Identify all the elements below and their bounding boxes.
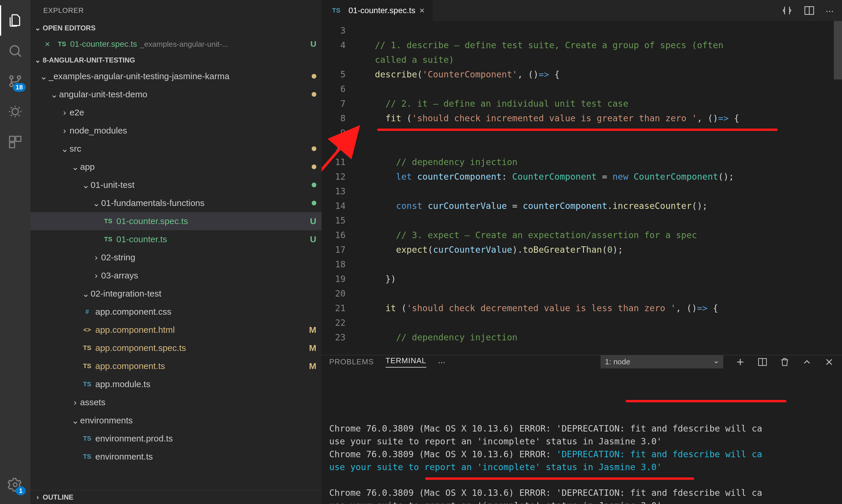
panel-tab-terminal[interactable]: TERMINAL — [386, 356, 426, 367]
open-editors-label: OPEN EDITORS — [43, 24, 95, 32]
tree-label: app.component.html — [95, 325, 175, 335]
close-icon[interactable]: × — [420, 5, 425, 16]
activity-extensions[interactable] — [0, 127, 30, 157]
activity-settings[interactable]: 1 — [0, 469, 30, 500]
svg-rect-5 — [10, 137, 15, 141]
tree-label: _examples-angular-unit-testing-jasmine-k… — [49, 71, 229, 81]
open-editor-name: 01-counter.spec.ts — [70, 39, 137, 49]
git-status: U — [310, 216, 316, 226]
open-editor-item[interactable]: × TS 01-counter.spec.ts _examples-angula… — [30, 35, 321, 53]
editor-area: TS 01-counter.spec.ts × ··· 345678910111… — [321, 0, 842, 504]
tree-folder[interactable]: ⌄01-unit-test — [30, 176, 321, 194]
plus-icon[interactable] — [735, 357, 745, 367]
workspace-header[interactable]: ⌄ 8-ANGULAR-UNIT-TESTING — [30, 53, 321, 67]
chevron-right-icon: › — [70, 397, 80, 407]
tree-folder[interactable]: ›03-arrays — [30, 267, 321, 285]
tree-file[interactable]: <>app.component.htmlM — [30, 321, 321, 339]
tree-folder[interactable]: ⌄_examples-angular-unit-testing-jasmine-… — [30, 67, 321, 85]
terminal-line: Chrome 76.0.3809 (Mac OS X 10.13.6) ERRO… — [329, 422, 835, 435]
tree-folder[interactable]: ›e2e — [30, 104, 321, 122]
tree-folder[interactable]: ⌄02-integration-test — [30, 285, 321, 303]
tree-label: node_modules — [70, 126, 127, 136]
modified-dot-icon — [312, 74, 316, 78]
tree-label: environment.ts — [95, 452, 153, 462]
modified-dot-icon — [312, 164, 316, 169]
minimap-thumb[interactable] — [834, 21, 842, 79]
git-status: M — [309, 361, 316, 371]
svg-point-3 — [18, 76, 21, 79]
tree-file[interactable]: TS01-counter.tsU — [30, 230, 321, 248]
tree-file[interactable]: TS01-counter.spec.tsU — [30, 212, 321, 230]
ts-file-icon: TS — [55, 40, 68, 48]
tree-folder[interactable]: ›assets — [30, 393, 321, 411]
chevron-down-icon: ⌄ — [33, 24, 43, 32]
tab-active[interactable]: TS 01-counter.spec.ts × — [321, 0, 433, 21]
annotation-underline — [626, 400, 787, 402]
close-icon[interactable]: × — [41, 39, 54, 49]
activity-explorer[interactable] — [0, 5, 30, 36]
tree-folder[interactable]: ⌄app — [30, 158, 321, 176]
terminal-output[interactable]: Chrome 76.0.3809 (Mac OS X 10.13.6) ERRO… — [321, 368, 842, 504]
tree-folder[interactable]: ›node_modules — [30, 122, 321, 140]
close-icon[interactable] — [824, 357, 835, 367]
open-editor-status: U — [311, 39, 316, 49]
ts-file-icon: TS — [81, 435, 93, 442]
tree-label: e2e — [70, 108, 84, 118]
chevron-down-icon: ⌄ — [81, 289, 91, 299]
terminal-line: Chrome 76.0.3809 (Mac OS X 10.13.6) ERRO… — [329, 486, 835, 499]
tree-folder[interactable]: ⌄01-fundamentals-functions — [30, 194, 321, 212]
tree-label: angular-unit-test-demo — [59, 89, 147, 99]
activity-debug[interactable] — [0, 96, 30, 127]
tree-file[interactable]: TSapp.component.tsM — [30, 357, 321, 375]
tree-folder[interactable]: ›02-string — [30, 248, 321, 267]
ts-file-icon: TS — [81, 362, 93, 370]
split-terminal-icon[interactable] — [757, 357, 768, 367]
compare-icon[interactable] — [781, 5, 793, 16]
tree-label: app.component.ts — [95, 361, 165, 371]
tree-folder[interactable]: ⌄environments — [30, 411, 321, 430]
trash-icon[interactable] — [779, 357, 790, 367]
activity-bar: 18 1 — [0, 0, 30, 504]
modified-dot-icon — [312, 146, 316, 151]
tree-label: 01-counter.spec.ts — [116, 216, 188, 226]
ts-file-icon: TS — [102, 235, 115, 243]
chevron-up-icon[interactable] — [802, 357, 812, 367]
tree-folder[interactable]: ⌄angular-unit-test-demo — [30, 85, 321, 104]
tree-file[interactable]: TSapp.component.spec.tsM — [30, 339, 321, 357]
split-editor-icon[interactable] — [803, 5, 815, 16]
activity-scm[interactable]: 18 — [0, 66, 30, 96]
tree-file[interactable]: TSenvironment.prod.ts — [30, 430, 321, 448]
tree-folder[interactable]: ⌄src — [30, 140, 321, 158]
line-gutter: 34567891011121314151617181920212223 — [321, 21, 354, 355]
panel-tabs: PROBLEMS TERMINAL ··· 1: node — [321, 355, 842, 368]
tree-file[interactable]: TSapp.module.ts — [30, 375, 321, 393]
tree-label: environments — [80, 415, 133, 426]
chevron-down-icon: ⌄ — [33, 56, 43, 64]
open-editors-header[interactable]: ⌄ OPEN EDITORS — [30, 21, 321, 35]
activity-search[interactable] — [0, 36, 30, 66]
tree-file[interactable]: TSenvironment.ts — [30, 448, 321, 466]
panel-tab-problems[interactable]: PROBLEMS — [329, 357, 374, 366]
tree-label: app — [80, 162, 95, 172]
tree-label: app.module.ts — [95, 379, 150, 389]
tree-label: 01-counter.ts — [116, 234, 167, 244]
chevron-right-icon: › — [91, 252, 101, 263]
minimap[interactable] — [834, 21, 842, 355]
svg-point-4 — [12, 108, 18, 115]
chevron-down-icon: ⌄ — [39, 71, 49, 82]
tab-filename: 01-counter.spec.ts — [349, 6, 416, 15]
chevron-down-icon: ⌄ — [70, 415, 80, 426]
code-content: // 1. describe – define test suite, Crea… — [354, 21, 842, 355]
tree-label: app.component.css — [95, 307, 171, 317]
chevron-down-icon: ⌄ — [70, 162, 80, 172]
chevron-down-icon: ⌄ — [49, 89, 59, 100]
terminal-line: use your suite to report an 'incomplete'… — [329, 435, 835, 448]
more-icon[interactable]: ··· — [438, 357, 445, 367]
terminal-select[interactable]: 1: node — [600, 355, 723, 368]
tree-file[interactable]: #app.component.css — [30, 303, 321, 321]
bug-icon — [7, 104, 23, 119]
more-icon[interactable]: ··· — [826, 5, 834, 16]
outline-header[interactable]: › OUTLINE — [30, 490, 321, 504]
ts-file-icon: TS — [330, 7, 343, 14]
code-editor[interactable]: 34567891011121314151617181920212223 // 1… — [321, 21, 842, 355]
